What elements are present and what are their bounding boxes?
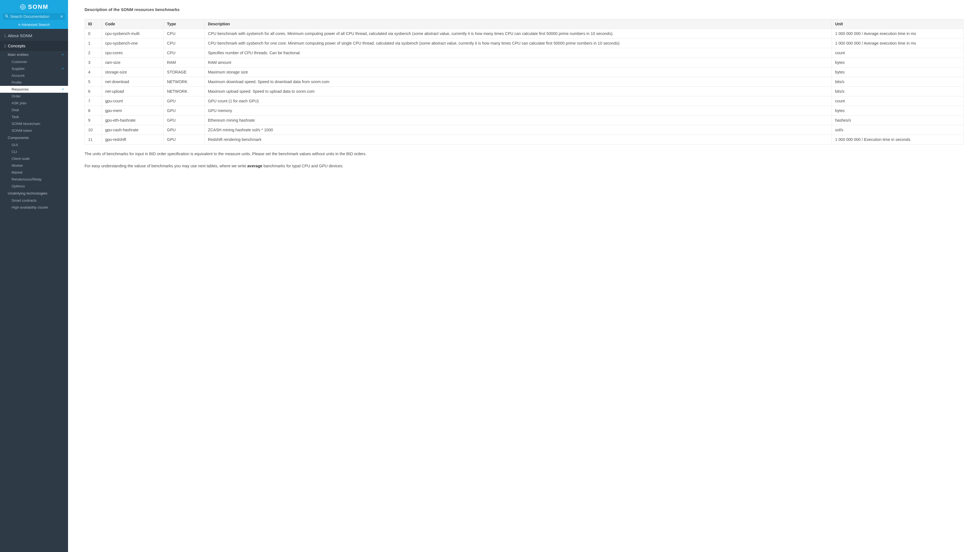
paragraph-text: For easy understanding the valuse of ben… <box>84 164 247 168</box>
nav-subitem-cli[interactable]: CLI <box>0 148 68 155</box>
table-cell-id: 4 <box>85 67 102 77</box>
search-icon <box>5 14 8 19</box>
table-cell-unit: count <box>832 48 963 58</box>
nav-subitem-smart-contracts[interactable]: Smart contracts <box>0 197 68 204</box>
sidebar: SONM ✕ ≡Advanced Search 1.About SONM 2.C… <box>0 0 68 552</box>
table-cell-unit: hashes/s <box>832 116 963 125</box>
table-row: 10gpu-cash-hashrateGPUZCASH mining hashr… <box>85 125 964 135</box>
table-cell-id: 0 <box>85 29 102 38</box>
nav-subitem-optimus[interactable]: Optimus <box>0 183 68 190</box>
check-icon: ✔ <box>62 53 64 56</box>
nav-subitem-client-node[interactable]: Client node <box>0 155 68 162</box>
table-cell-desc: ZCASH mining hashrate sol/s * 1000 <box>204 125 832 135</box>
search-box[interactable]: ✕ <box>3 13 65 20</box>
svg-point-6 <box>5 15 8 17</box>
table-row: 1cpu-sysbench-oneCPUCPU benchmark with s… <box>85 38 964 48</box>
table-cell-unit: sol/s <box>832 125 963 135</box>
table-cell-type: STORAGE <box>164 67 205 77</box>
nav-subitem-worker[interactable]: Worker <box>0 162 68 169</box>
table-cell-code: gpu-cash-hashrate <box>102 125 164 135</box>
nav-subitem-token[interactable]: SONM token <box>0 127 68 134</box>
table-row: 0cpu-sysbench-multiCPUCPU benchmark with… <box>85 29 964 38</box>
paragraph-text: banchmarks for typal CPU and GPU devices… <box>262 164 344 168</box>
table-row: 3ram-sizeRAMRAM amountbytes <box>85 58 964 67</box>
table-cell-id: 1 <box>85 38 102 48</box>
table-row: 5net-downloadNETWORKMaximum download spe… <box>85 77 964 87</box>
nav-subitem-ha-cluster[interactable]: High-availability cluster <box>0 204 68 211</box>
table-cell-id: 10 <box>85 125 102 135</box>
table-row: 6net-uploadNETWORKMaximum upload speed. … <box>85 87 964 96</box>
check-icon: ✔ <box>62 87 64 91</box>
table-cell-id: 7 <box>85 96 102 106</box>
table-header-row: ID Code Type Description Unit <box>85 19 964 29</box>
logo-icon <box>20 4 26 10</box>
nav-subitem-supplier[interactable]: Supplier ✔ <box>0 65 68 72</box>
nav-section-concepts[interactable]: 2.Concepts <box>0 41 68 51</box>
nav-subitem-deal[interactable]: Deal <box>0 106 68 113</box>
table-cell-code: gpu-mem <box>102 106 164 116</box>
nav-item-main-entities[interactable]: Main entities ✔ <box>0 51 68 58</box>
advanced-search-label: Advanced Search <box>21 22 50 27</box>
table-cell-desc: CPU benchmark with sysbench for one core… <box>204 38 832 48</box>
table-cell-type: NETWORK <box>164 87 205 96</box>
logo[interactable]: SONM <box>0 0 68 13</box>
nav-subitem-resources[interactable]: Resources ✔ <box>0 86 68 93</box>
sliders-icon: ≡ <box>18 22 21 27</box>
table-cell-type: GPU <box>164 116 205 125</box>
table-cell-desc: RAM amount <box>204 58 832 67</box>
th-description: Description <box>204 19 832 29</box>
nav-subitem-order[interactable]: Order <box>0 93 68 100</box>
nav-subitem-label: Resources <box>11 87 29 91</box>
table-cell-type: GPU <box>164 135 205 144</box>
table-cell-code: cpu-sysbench-one <box>102 38 164 48</box>
nav-item-label: Main entities <box>8 52 29 57</box>
paragraph-bold: average <box>247 164 262 168</box>
nav-item-underlying[interactable]: Underlying technologies <box>0 190 68 197</box>
table-cell-code: gpu-count <box>102 96 164 106</box>
nav-subitem-customer[interactable]: Customer <box>0 58 68 65</box>
nav-subitem-gui[interactable]: GUI <box>0 141 68 148</box>
table-cell-id: 11 <box>85 135 102 144</box>
main-content: Description of the SONM resources benchm… <box>68 0 980 552</box>
nav-subitem-rendezvous[interactable]: Rendezvous/Relay <box>0 176 68 183</box>
table-cell-code: gpu-eth-hashrate <box>102 116 164 125</box>
table-cell-type: GPU <box>164 106 205 116</box>
th-unit: Unit <box>832 19 963 29</box>
sidebar-header: SONM ✕ ≡Advanced Search <box>0 0 68 29</box>
table-cell-type: GPU <box>164 96 205 106</box>
nav-subitem-task[interactable]: Task <box>0 113 68 120</box>
nav-subitem-blockchain[interactable]: SONM blockchain <box>0 120 68 127</box>
table-cell-type: NETWORK <box>164 77 205 87</box>
svg-line-7 <box>7 16 8 17</box>
nav-subitem-account[interactable]: Account <box>0 72 68 79</box>
nav-section-label: About SONM <box>8 33 32 38</box>
table-cell-desc: Ethereum mining hashrate <box>204 116 832 125</box>
table-row: 7gpu-countGPUGPU count (1 for each GPU)c… <box>85 96 964 106</box>
table-cell-desc: GPU memory <box>204 106 832 116</box>
table-cell-desc: GPU count (1 for each GPU) <box>204 96 832 106</box>
table-cell-code: net-upload <box>102 87 164 96</box>
clear-icon[interactable]: ✕ <box>60 14 64 19</box>
nav-item-components[interactable]: Components <box>0 134 68 141</box>
table-cell-desc: Maximum upload speed. Speed to upload da… <box>204 87 832 96</box>
table-cell-unit: bytes <box>832 67 963 77</box>
table-cell-id: 6 <box>85 87 102 96</box>
table-cell-desc: Redshift rendering benchmark <box>204 135 832 144</box>
nav-section-label: Concepts <box>8 43 25 48</box>
nav-subitem-ask-plan[interactable]: ASK plan <box>0 100 68 106</box>
table-cell-id: 5 <box>85 77 102 87</box>
search-input[interactable] <box>10 14 58 19</box>
table-cell-type: CPU <box>164 29 205 38</box>
table-row: 8gpu-memGPUGPU memorybytes <box>85 106 964 116</box>
table-cell-code: ram-size <box>102 58 164 67</box>
th-type: Type <box>164 19 205 29</box>
nav-section-about[interactable]: 1.About SONM <box>0 30 68 41</box>
table-cell-id: 2 <box>85 48 102 58</box>
table-cell-unit: bits/s <box>832 77 963 87</box>
nav-subitem-market[interactable]: Market <box>0 169 68 176</box>
paragraph-units: The units of benchmarks for input in BID… <box>84 151 964 157</box>
advanced-search-link[interactable]: ≡Advanced Search <box>0 21 68 29</box>
table-cell-code: net-download <box>102 77 164 87</box>
table-cell-unit: count <box>832 96 963 106</box>
nav-subitem-profile[interactable]: Profile <box>0 79 68 86</box>
